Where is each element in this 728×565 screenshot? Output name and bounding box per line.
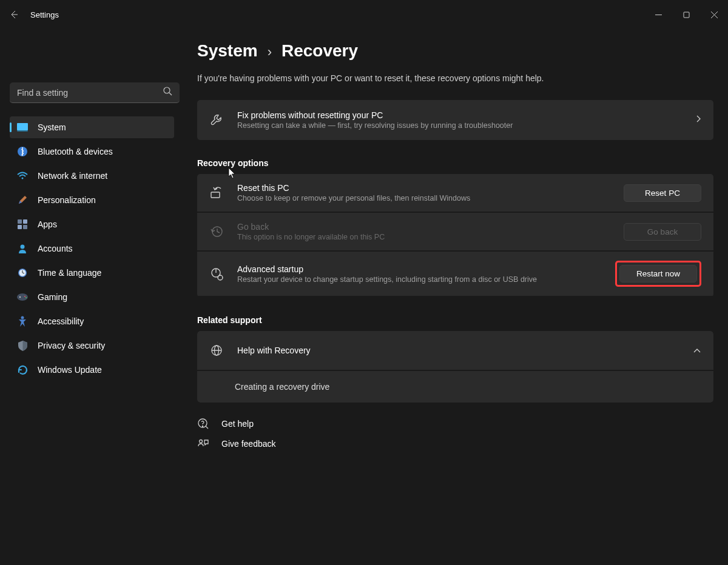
page-description: If you're having problems with your PC o…	[197, 73, 713, 83]
sidebar-item-update[interactable]: Windows Update	[10, 359, 174, 381]
sidebar-item-system[interactable]: System	[10, 116, 174, 138]
window-controls	[644, 4, 728, 25]
go-back-button: Go back	[624, 223, 701, 241]
svg-point-38	[200, 440, 203, 443]
gamepad-icon	[17, 292, 28, 303]
svg-point-37	[202, 426, 203, 426]
sidebar-item-label: Windows Update	[38, 365, 102, 375]
search-input[interactable]	[17, 88, 163, 98]
creating-recovery-drive-link[interactable]: Creating a recovery drive	[197, 371, 713, 403]
globe-icon	[209, 344, 224, 356]
breadcrumb-parent[interactable]: System	[197, 41, 258, 61]
sidebar-item-personalization[interactable]: Personalization	[10, 189, 174, 211]
update-icon	[17, 364, 28, 375]
section-heading-related: Related support	[197, 315, 713, 325]
go-back-card: Go back This option is no longer availab…	[197, 213, 713, 250]
card-subtitle: Resetting can take a while — first, try …	[237, 121, 682, 130]
svg-rect-11	[23, 219, 27, 224]
sidebar-item-label: Bluetooth & devices	[38, 147, 113, 156]
svg-rect-10	[18, 219, 22, 224]
chevron-right-icon: ›	[268, 44, 272, 62]
sidebar: System Bluetooth & devices Network & int…	[0, 29, 180, 565]
window-title: Settings	[30, 10, 59, 19]
reset-icon	[209, 186, 224, 199]
content: System › Recovery If you're having probl…	[180, 29, 728, 565]
bluetooth-icon	[17, 146, 28, 157]
svg-rect-6	[17, 123, 28, 130]
card-title: Go back	[237, 222, 610, 232]
card-subtitle: This option is no longer available on th…	[237, 233, 610, 241]
chevron-up-icon[interactable]	[693, 345, 701, 356]
sidebar-item-apps[interactable]: Apps	[10, 213, 174, 235]
titlebar: Settings	[0, 0, 728, 29]
sidebar-item-network[interactable]: Network & internet	[10, 165, 174, 187]
maximize-button[interactable]	[672, 4, 700, 25]
card-title: Fix problems without resetting your PC	[237, 110, 682, 120]
sidebar-item-accessibility[interactable]: Accessibility	[10, 310, 174, 332]
svg-point-19	[17, 293, 28, 301]
feedback-icon	[197, 439, 209, 449]
sidebar-item-label: Accessibility	[38, 316, 84, 326]
help-recovery-card[interactable]: Help with Recovery	[197, 331, 713, 370]
person-icon	[17, 243, 28, 254]
card-title: Help with Recovery	[237, 346, 679, 355]
sidebar-item-label: Gaming	[38, 292, 67, 302]
reset-pc-card: Reset this PC Choose to keep or remove y…	[197, 174, 713, 212]
help-icon	[197, 418, 209, 429]
sidebar-item-label: Apps	[38, 219, 57, 229]
svg-rect-13	[23, 225, 27, 229]
sidebar-item-label: System	[38, 122, 66, 132]
sidebar-item-privacy[interactable]: Privacy & security	[10, 335, 174, 356]
restart-now-button[interactable]: Restart now	[619, 265, 697, 282]
svg-rect-24	[211, 192, 220, 198]
svg-point-22	[25, 297, 27, 298]
search-icon	[163, 87, 172, 98]
svg-line-5	[169, 93, 172, 95]
footer-links: Get help Give feedback	[197, 413, 713, 453]
nav: System Bluetooth & devices Network & int…	[0, 109, 180, 381]
history-icon	[209, 225, 224, 238]
paintbrush-icon	[17, 195, 28, 206]
sidebar-item-label: Accounts	[38, 244, 73, 253]
chevron-right-icon	[695, 115, 701, 125]
svg-point-28	[218, 275, 223, 280]
card-subtitle: Choose to keep or remove your personal f…	[237, 194, 610, 202]
shield-icon	[17, 340, 28, 351]
reset-pc-button[interactable]: Reset PC	[624, 184, 701, 202]
section-heading-recovery: Recovery options	[197, 158, 713, 168]
sidebar-item-label: Network & internet	[38, 171, 107, 181]
svg-point-4	[164, 87, 170, 93]
footer-link-label: Get help	[221, 419, 254, 429]
card-title: Reset this PC	[237, 183, 610, 193]
close-button[interactable]	[700, 4, 728, 25]
sidebar-item-accounts[interactable]: Accounts	[10, 238, 174, 259]
wifi-icon	[17, 170, 28, 181]
give-feedback-link[interactable]: Give feedback	[197, 434, 713, 453]
advanced-startup-card: Advanced startup Restart your device to …	[197, 252, 713, 296]
get-help-link[interactable]: Get help	[197, 413, 713, 434]
card-title: Advanced startup	[237, 264, 602, 274]
sidebar-item-label: Personalization	[38, 195, 96, 205]
highlight-annotation: Restart now	[615, 261, 701, 287]
search-box[interactable]	[10, 82, 180, 103]
clock-icon	[17, 267, 28, 278]
svg-point-14	[21, 245, 25, 249]
svg-point-21	[24, 296, 25, 297]
sidebar-item-label: Time & language	[38, 268, 101, 278]
sidebar-item-bluetooth[interactable]: Bluetooth & devices	[10, 141, 174, 162]
breadcrumb: System › Recovery	[197, 35, 713, 62]
sidebar-item-label: Privacy & security	[38, 341, 105, 350]
back-button[interactable]	[8, 9, 19, 20]
related-support-group: Help with Recovery Creating a recovery d…	[197, 331, 713, 403]
wrench-icon	[209, 113, 224, 127]
sidebar-item-gaming[interactable]: Gaming	[10, 286, 174, 308]
svg-point-9	[22, 178, 24, 179]
footer-link-label: Give feedback	[221, 439, 276, 449]
breadcrumb-current: Recovery	[281, 41, 358, 61]
power-settings-icon	[209, 267, 224, 281]
accessibility-icon	[17, 316, 28, 327]
svg-point-20	[19, 296, 21, 298]
minimize-button[interactable]	[644, 4, 672, 25]
sidebar-item-time[interactable]: Time & language	[10, 262, 174, 284]
fix-problems-card[interactable]: Fix problems without resetting your PC R…	[197, 100, 713, 140]
